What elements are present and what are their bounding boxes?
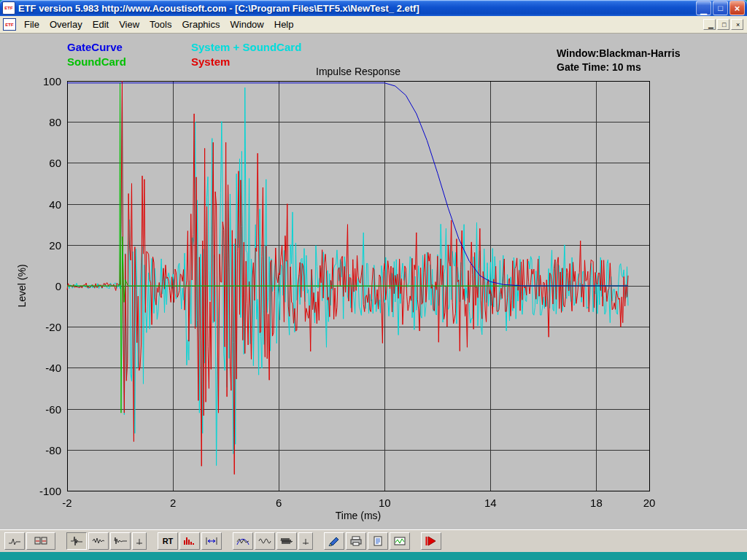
meter-icon [393, 536, 406, 546]
y-tick-label: 100 [29, 75, 61, 88]
mdi-restore-icon: □ [722, 21, 726, 28]
y-tick-label: 0 [29, 280, 61, 292]
dual-display-button[interactable] [26, 532, 55, 550]
menu-overlay[interactable]: Overlay [44, 17, 88, 32]
window-function-label: Window:Blackman-Harris [557, 47, 680, 61]
mdi-close-button[interactable]: × [731, 19, 743, 30]
document-icon[interactable]: ETF [3, 18, 16, 31]
minimize-icon: ▁ [700, 7, 706, 15]
wave-noisy-icon [92, 536, 105, 546]
y-tick-label: 60 [29, 157, 61, 169]
arrows-icon [205, 536, 218, 546]
x-tick-label: 6 [276, 497, 282, 509]
desktop-strip [0, 552, 747, 560]
wave-cycle-icon [258, 536, 271, 546]
maximize-icon: □ [718, 4, 723, 12]
y-tick-label: -80 [29, 443, 61, 456]
titlebar[interactable]: ETF ETF version 5.983 http://www.Acousti… [0, 0, 747, 16]
annotate-button[interactable] [324, 532, 344, 550]
window-title: ETF version 5.983 http://www.Acoustisoft… [18, 3, 693, 14]
x-tick-label: 10 [379, 497, 391, 509]
y-tick-label: 80 [29, 116, 61, 128]
window-controls: ▁□× [696, 1, 745, 15]
x-tick-label: -2 [62, 497, 71, 509]
legend-system-soundcard: System + SoundCard [191, 41, 301, 55]
notes-button[interactable] [368, 532, 388, 550]
bars-icon [183, 536, 196, 546]
frequency-response-button[interactable] [88, 532, 109, 550]
print-button[interactable] [346, 532, 366, 550]
mdi-window-controls: ▁□× [703, 19, 746, 30]
app-icon: ETF [2, 1, 15, 15]
wave-window-icon [236, 536, 249, 546]
y-tick-label: 20 [29, 238, 61, 251]
tick-icon [133, 536, 146, 546]
app-window: ETF ETF version 5.983 http://www.Acousti… [0, 0, 747, 552]
chart-title: Impulse Response [67, 66, 649, 77]
toolbar: RT [0, 529, 747, 552]
menu-edit[interactable]: Edit [88, 17, 114, 32]
impulse-response-plot[interactable] [0, 34, 747, 529]
x-axis-label: Time (ms) [67, 510, 649, 521]
close-icon: × [735, 4, 740, 13]
impulse-icon [70, 536, 83, 546]
document-icon [371, 536, 384, 546]
pencil-icon [328, 536, 341, 546]
periodic-wave-button[interactable] [255, 532, 275, 550]
y-tick-label: -40 [29, 362, 61, 374]
chart-panel: -22610141820-100-80-60-40-20020406080100… [0, 34, 747, 529]
x-tick-label: 20 [643, 497, 656, 509]
level-meter-button[interactable] [390, 532, 410, 550]
menu-list: FileOverlayEditViewToolsGraphicsWindowHe… [19, 17, 299, 32]
wave-decay-icon [114, 536, 127, 546]
marker-left-button[interactable] [132, 532, 147, 550]
wave-dense-icon [280, 536, 293, 546]
mdi-close-icon: × [736, 21, 740, 28]
mdi-minimize-icon: ▁ [708, 21, 713, 28]
x-tick-label: 14 [484, 497, 497, 509]
rt60-button[interactable]: RT [158, 532, 178, 550]
x-tick-label: 2 [170, 497, 176, 509]
menu-window[interactable]: Window [225, 17, 269, 32]
close-button[interactable]: × [729, 1, 745, 15]
menu-help[interactable]: Help [269, 17, 299, 32]
y-tick-label: -60 [29, 402, 61, 415]
waterfall-button[interactable] [110, 532, 131, 550]
y-tick-label: 40 [29, 198, 61, 210]
time-record-button[interactable] [4, 532, 25, 550]
wave-small-icon [8, 536, 21, 546]
y-axis-label: Level (%) [16, 264, 28, 307]
impulse-response-button[interactable] [66, 532, 87, 550]
maximize-button[interactable]: □ [713, 1, 728, 15]
spectrum-button[interactable] [179, 532, 200, 550]
gate-range-button[interactable] [201, 532, 222, 550]
windowed-wave-button[interactable] [233, 532, 253, 550]
minimize-button[interactable]: ▁ [696, 1, 711, 15]
menubar: ETF FileOverlayEditViewToolsGraphicsWind… [0, 16, 747, 34]
menu-graphics[interactable]: Graphics [177, 17, 225, 32]
measure-run-button[interactable] [421, 532, 441, 550]
x-tick-label: 18 [590, 497, 603, 509]
dense-wave-button[interactable] [276, 532, 297, 550]
rt60-label: RT [163, 537, 174, 545]
mdi-restore-button[interactable]: □ [717, 19, 729, 30]
printer-icon [349, 536, 363, 546]
marker-right-button[interactable] [298, 532, 313, 550]
tick-icon [299, 536, 312, 546]
y-tick-label: -100 [29, 485, 61, 497]
menu-view[interactable]: View [114, 17, 144, 32]
legend-gatecurve: GateCurve [67, 41, 191, 55]
dual-display-icon [34, 536, 47, 546]
menu-tools[interactable]: Tools [144, 17, 177, 32]
play-icon [425, 536, 438, 546]
menu-file[interactable]: File [19, 17, 44, 32]
y-tick-label: -20 [29, 321, 61, 333]
mdi-minimize-button[interactable]: ▁ [703, 19, 716, 30]
